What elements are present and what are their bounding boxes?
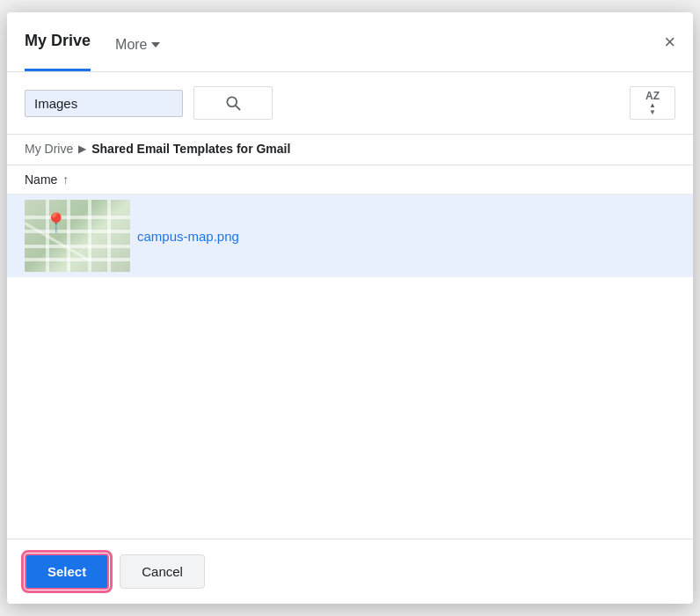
svg-line-1 xyxy=(236,106,240,110)
breadcrumb-root[interactable]: My Drive xyxy=(25,142,73,156)
breadcrumb-separator: ▶ xyxy=(78,143,86,155)
close-button[interactable]: × xyxy=(664,33,675,52)
search-icon xyxy=(224,94,242,112)
tab-more-label: More xyxy=(115,37,147,53)
file-list: 📍 campus-map.png xyxy=(7,194,693,539)
map-image: 📍 xyxy=(25,200,130,272)
table-row[interactable]: 📍 campus-map.png xyxy=(7,194,693,277)
dialog-toolbar: AZ ▲ ▼ xyxy=(7,72,693,135)
sort-ascending-icon: ↑ xyxy=(62,172,69,187)
sort-az-icon: AZ ▲ ▼ xyxy=(645,91,660,116)
dialog-footer: Select Cancel xyxy=(7,539,693,604)
search-button[interactable] xyxy=(193,86,273,120)
breadcrumb: My Drive ▶ Shared Email Templates for Gm… xyxy=(7,135,693,165)
map-pin-icon: 📍 xyxy=(44,212,68,235)
drive-picker-dialog: My Drive More × AZ ▲ ▼ My Drive xyxy=(7,12,693,604)
search-input[interactable] xyxy=(25,90,183,117)
sort-button[interactable]: AZ ▲ ▼ xyxy=(630,86,675,120)
select-button[interactable]: Select xyxy=(25,554,109,590)
name-column-label[interactable]: Name xyxy=(25,172,57,187)
dialog-header: My Drive More × xyxy=(7,12,693,72)
column-header: Name ↑ xyxy=(7,165,693,194)
cancel-button[interactable]: Cancel xyxy=(120,554,205,589)
breadcrumb-current: Shared Email Templates for Gmail xyxy=(91,142,290,156)
file-thumbnail: 📍 xyxy=(25,200,130,272)
tab-my-drive[interactable]: My Drive xyxy=(25,12,91,71)
tab-more[interactable]: More xyxy=(115,12,159,71)
chevron-down-icon xyxy=(151,42,160,48)
file-name: campus-map.png xyxy=(130,229,239,244)
